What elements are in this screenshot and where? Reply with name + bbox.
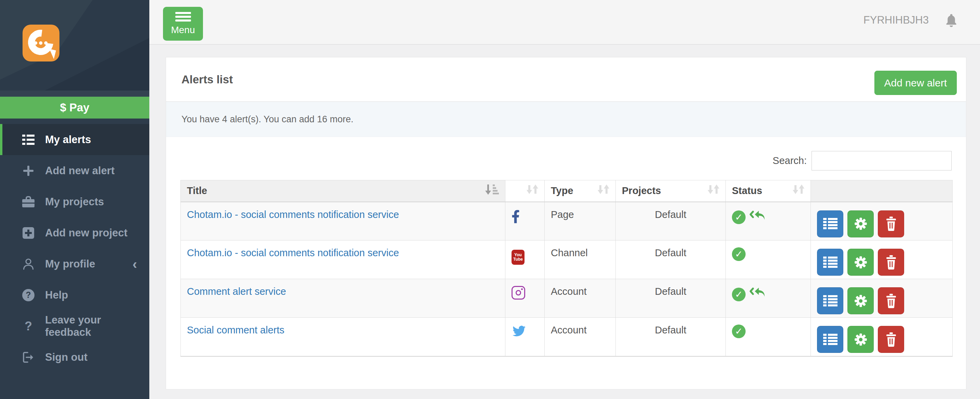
sidebar: $ Pay My alerts Add new alert My project… bbox=[0, 0, 150, 399]
menu-button[interactable]: Menu bbox=[163, 7, 203, 41]
settings-alert-button[interactable] bbox=[848, 249, 874, 276]
view-alert-button[interactable] bbox=[817, 287, 843, 314]
delete-alert-button[interactable] bbox=[878, 326, 904, 353]
view-alert-button[interactable] bbox=[817, 326, 843, 353]
alert-title-link[interactable]: Comment alert service bbox=[187, 286, 286, 297]
sidebar-item-leave-your-feedback[interactable]: ? Leave your feedback bbox=[0, 310, 150, 342]
topbar: Menu FYRHIHBJH3 bbox=[150, 0, 980, 45]
sidebar-item-label: Add new alert bbox=[45, 165, 115, 177]
alert-title-link[interactable]: Social comment alerts bbox=[187, 324, 284, 335]
column-header-title[interactable]: Title bbox=[181, 180, 505, 202]
alerts-table: Title Type bbox=[180, 180, 953, 357]
column-header-projects[interactable]: Projects bbox=[616, 180, 726, 202]
sidebar-item-label: Sign out bbox=[45, 351, 88, 364]
menu-button-label: Menu bbox=[171, 25, 195, 35]
alert-title-link[interactable]: Chotam.io - social comments notification… bbox=[187, 247, 399, 258]
sort-both-icon bbox=[793, 184, 804, 197]
alert-project: Default bbox=[616, 240, 726, 279]
delete-alert-button[interactable] bbox=[878, 249, 904, 276]
search-input[interactable] bbox=[811, 151, 951, 170]
sidebar-item-label: Add new project bbox=[45, 227, 127, 239]
youtube-icon: YouTube bbox=[512, 250, 525, 265]
table-row: Social comment alerts Account Default ✓ bbox=[181, 318, 953, 356]
bell-icon[interactable] bbox=[945, 13, 958, 27]
check-circle-icon: ✓ bbox=[732, 247, 746, 261]
alert-project: Default bbox=[616, 318, 726, 356]
panel-header: Alerts list Add new alert bbox=[166, 57, 966, 102]
sidebar-item-sign-out[interactable]: Sign out bbox=[0, 342, 150, 373]
alert-project: Default bbox=[616, 202, 726, 240]
logo-dots bbox=[34, 41, 48, 45]
sidebar-header-art bbox=[0, 0, 150, 91]
alert-project: Default bbox=[616, 279, 726, 318]
view-alert-button[interactable] bbox=[817, 210, 843, 237]
sidebar-item-label: My alerts bbox=[45, 134, 91, 146]
facebook-icon bbox=[512, 215, 520, 226]
sort-both-icon bbox=[708, 184, 719, 197]
column-header-status[interactable]: Status bbox=[726, 180, 811, 202]
table-header-row: Title Type bbox=[181, 180, 953, 202]
sort-desc-icon bbox=[485, 184, 499, 198]
pay-button[interactable]: $ Pay bbox=[0, 97, 150, 119]
username[interactable]: FYRHIHBJH3 bbox=[864, 14, 929, 26]
sidebar-item-label: Leave your feedback bbox=[45, 314, 137, 339]
sort-both-icon bbox=[598, 184, 609, 197]
question-circle-icon: ? bbox=[21, 289, 36, 301]
delete-alert-button[interactable] bbox=[878, 210, 904, 237]
plus-square-icon bbox=[21, 227, 36, 239]
sidebar-item-my-profile[interactable]: My profile ‹ bbox=[0, 248, 150, 280]
twitter-icon bbox=[512, 329, 527, 340]
check-circle-icon: ✓ bbox=[732, 324, 746, 338]
sidebar-item-label: My projects bbox=[45, 196, 104, 208]
sidebar-item-label: Help bbox=[45, 289, 68, 301]
hamburger-icon bbox=[175, 12, 191, 22]
sidebar-item-my-projects[interactable]: My projects bbox=[0, 186, 150, 217]
list-icon bbox=[21, 135, 36, 145]
sign-out-icon bbox=[21, 351, 36, 363]
column-header-type[interactable]: Type bbox=[545, 180, 616, 202]
alerts-panel: Alerts list Add new alert You have 4 ale… bbox=[166, 57, 966, 389]
chevron-left-icon: ‹ bbox=[132, 257, 137, 271]
sidebar-item-my-alerts[interactable]: My alerts bbox=[0, 124, 150, 155]
column-header-network[interactable] bbox=[505, 180, 545, 202]
sidebar-item-add-new-alert[interactable]: Add new alert bbox=[0, 155, 150, 186]
table-row: Comment alert service Account Default ✓ bbox=[181, 279, 953, 318]
brand-logo[interactable] bbox=[22, 25, 59, 62]
alert-type: Channel bbox=[545, 240, 616, 279]
sidebar-nav: My alerts Add new alert My projects Add … bbox=[0, 124, 150, 373]
column-header-actions bbox=[811, 180, 953, 202]
user-icon bbox=[21, 258, 36, 270]
check-circle-icon: ✓ bbox=[732, 210, 746, 224]
question-icon: ? bbox=[21, 319, 36, 334]
delete-alert-button[interactable] bbox=[878, 287, 904, 314]
plus-icon bbox=[21, 166, 36, 176]
alert-type: Page bbox=[545, 202, 616, 240]
sidebar-item-help[interactable]: ? Help bbox=[0, 280, 150, 310]
settings-alert-button[interactable] bbox=[848, 326, 874, 353]
page-title: Alerts list bbox=[181, 73, 233, 86]
alert-type: Account bbox=[545, 279, 616, 318]
table-row: Chotam.io - social comments notification… bbox=[181, 202, 953, 240]
sort-both-icon bbox=[527, 184, 538, 197]
table-row: Chotam.io - social comments notification… bbox=[181, 240, 953, 279]
search-label: Search: bbox=[773, 155, 807, 166]
add-new-alert-button[interactable]: Add new alert bbox=[874, 71, 957, 95]
reply-all-icon bbox=[749, 286, 766, 303]
alert-type: Account bbox=[545, 318, 616, 356]
alert-title-link[interactable]: Chotam.io - social comments notification… bbox=[187, 209, 399, 220]
briefcase-icon bbox=[21, 196, 36, 208]
sidebar-item-label: My profile bbox=[45, 258, 95, 270]
reply-all-icon bbox=[749, 209, 766, 226]
settings-alert-button[interactable] bbox=[848, 210, 874, 237]
view-alert-button[interactable] bbox=[817, 249, 843, 276]
sidebar-divider-band bbox=[0, 91, 150, 97]
instagram-icon bbox=[512, 286, 525, 300]
check-circle-icon: ✓ bbox=[732, 288, 746, 301]
alerts-quota-info: You have 4 alert(s). You can add 16 more… bbox=[166, 102, 966, 137]
settings-alert-button[interactable] bbox=[848, 287, 874, 314]
sidebar-item-add-new-project[interactable]: Add new project bbox=[0, 217, 150, 248]
